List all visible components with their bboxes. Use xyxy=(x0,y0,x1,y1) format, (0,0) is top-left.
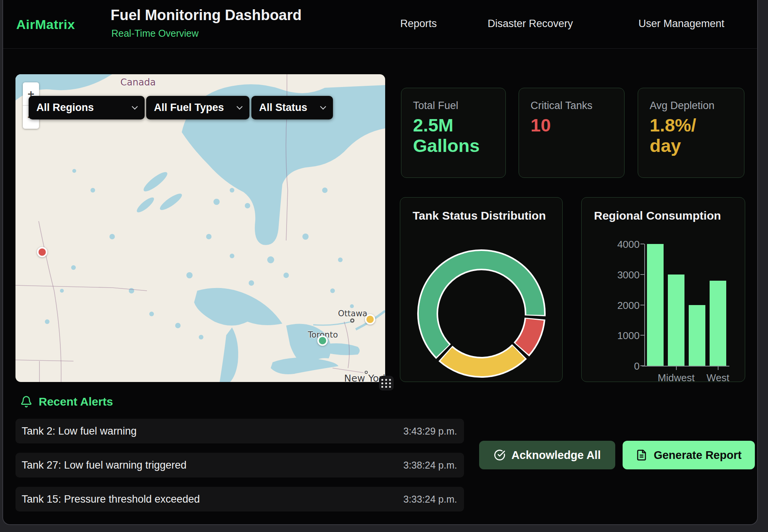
stat-label: Total Fuel xyxy=(413,100,458,112)
header: AirMatrix Fuel Monitoring Dashboard Real… xyxy=(3,0,757,49)
x-axis-tick-label: West xyxy=(691,372,745,384)
regional-consumption-card: Regional Consumption 01000200030004000Mi… xyxy=(581,197,745,382)
chart-title: Tank Status Distribution xyxy=(413,209,546,222)
nav-user-management[interactable]: User Management xyxy=(638,18,724,30)
alert-message: Tank 27: Low fuel warning triggered xyxy=(22,459,186,471)
y-axis-tick-label: 3000 xyxy=(605,269,640,281)
alert-row[interactable]: Tank 2: Low fuel warning 3:43:29 p.m. xyxy=(15,419,464,443)
y-axis-line xyxy=(644,244,645,367)
alert-message: Tank 15: Pressure threshold exceeded xyxy=(22,493,200,505)
screen: AirMatrix Fuel Monitoring Dashboard Real… xyxy=(0,0,768,532)
generate-report-label: Generate Report xyxy=(654,449,741,462)
stat-card-total-fuel: Total Fuel 2.5M Gallons xyxy=(401,88,506,178)
town-dot xyxy=(350,319,355,323)
region-filter-dropdown[interactable]: All Regions xyxy=(29,96,145,119)
stat-value: 1.8%/ day xyxy=(650,115,696,156)
x-axis-line xyxy=(642,366,729,367)
x-axis-tick xyxy=(718,367,719,370)
y-axis-tick xyxy=(640,305,644,305)
alert-timestamp: 3:43:29 p.m. xyxy=(403,426,457,437)
page-title: Fuel Monitoring Dashboard xyxy=(111,7,302,24)
generate-report-button[interactable]: Generate Report xyxy=(623,441,755,469)
alert-row[interactable]: Tank 15: Pressure threshold exceeded 3:3… xyxy=(15,487,464,512)
map-label-ottawa: Ottawa xyxy=(338,309,367,318)
y-axis-tick-label: 4000 xyxy=(605,239,640,251)
y-axis-tick xyxy=(640,244,644,244)
map[interactable]: CanadaOttawaTorontoNew York xyxy=(15,74,385,382)
tank-status-donut-chart[interactable] xyxy=(416,248,547,379)
chevron-down-icon xyxy=(320,104,326,110)
tank-status-card: Tank Status Distribution xyxy=(400,197,563,382)
alert-row[interactable]: Tank 27: Low fuel warning triggered 3:38… xyxy=(15,453,464,477)
status-filter-value: All Status xyxy=(259,102,307,114)
region-filter-value: All Regions xyxy=(36,102,94,114)
y-axis-tick xyxy=(640,274,644,275)
bar-2[interactable] xyxy=(689,305,705,366)
tank-marker[interactable] xyxy=(37,247,48,257)
tank-marker[interactable] xyxy=(317,336,328,346)
nav-reports[interactable]: Reports xyxy=(400,18,437,30)
y-axis-tick-label: 2000 xyxy=(605,300,640,312)
bar-1[interactable] xyxy=(668,275,684,366)
y-axis-tick-label: 1000 xyxy=(605,330,640,342)
brand-logo: AirMatrix xyxy=(16,17,75,32)
nav-disaster-recovery[interactable]: Disaster Recovery xyxy=(488,18,573,30)
donut-segment[interactable] xyxy=(446,352,519,367)
tank-marker[interactable] xyxy=(365,314,375,325)
alert-timestamp: 3:33:24 p.m. xyxy=(403,494,457,505)
bar-0[interactable] xyxy=(647,244,664,366)
regional-consumption-bar-chart[interactable]: 01000200030004000MidwestWest xyxy=(582,198,745,382)
alerts-title: Recent Alerts xyxy=(39,395,113,408)
fuel-type-filter-dropdown[interactable]: All Fuel Types xyxy=(146,96,249,119)
stat-value: 10 xyxy=(531,115,551,136)
app-window: AirMatrix Fuel Monitoring Dashboard Real… xyxy=(2,0,758,525)
y-axis-tick xyxy=(640,335,644,336)
stat-label: Critical Tanks xyxy=(531,100,592,112)
map-grip-icon[interactable] xyxy=(379,376,394,390)
check-circle-icon xyxy=(494,449,505,461)
map-label-canada: Canada xyxy=(120,77,155,88)
bell-icon xyxy=(20,395,32,408)
x-axis-tick xyxy=(676,367,677,370)
page-subtitle: Real-Time Overview xyxy=(111,28,199,39)
stat-value: 2.5M Gallons xyxy=(413,115,480,156)
document-icon xyxy=(636,449,647,461)
bar-3[interactable] xyxy=(710,281,726,366)
status-filter-dropdown[interactable]: All Status xyxy=(251,96,333,119)
acknowledge-all-button[interactable]: Acknowledge All xyxy=(479,441,615,469)
acknowledge-all-label: Acknowledge All xyxy=(512,449,601,462)
fuel-type-filter-value: All Fuel Types xyxy=(154,102,224,114)
chevron-down-icon xyxy=(132,104,138,110)
alerts-header: Recent Alerts xyxy=(20,395,113,408)
y-axis-tick-label: 0 xyxy=(605,360,640,372)
stat-card-avg-depletion: Avg Depletion 1.8%/ day xyxy=(638,88,744,178)
stat-label: Avg Depletion xyxy=(650,100,715,112)
stat-card-critical-tanks: Critical Tanks 10 xyxy=(519,88,625,178)
alert-timestamp: 3:38:24 p.m. xyxy=(403,460,457,471)
alert-message: Tank 2: Low fuel warning xyxy=(22,425,137,437)
chevron-down-icon xyxy=(237,104,243,110)
